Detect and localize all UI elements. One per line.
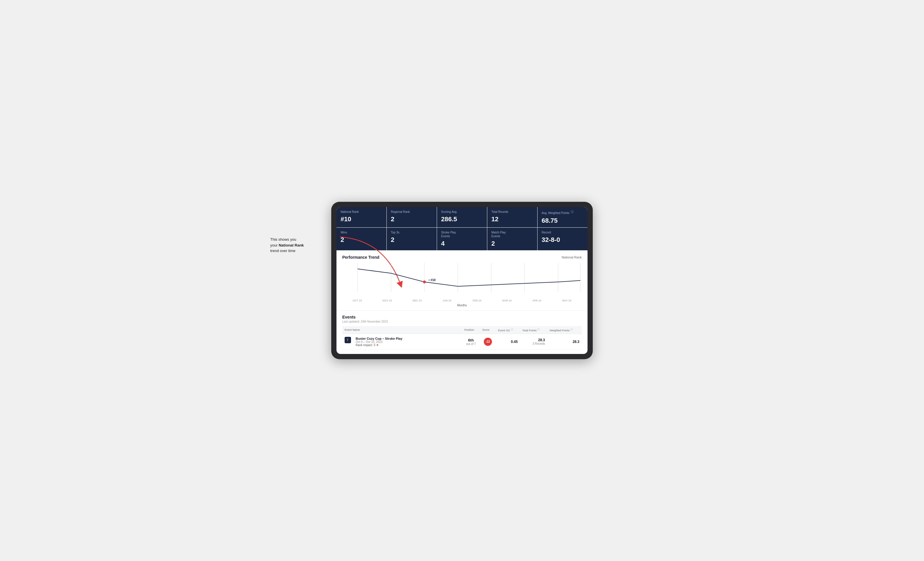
stat-avg-weighted-points: Avg. Weighted Points ⓘ 68.75 [537, 207, 588, 227]
table-row: 🏌 Buster Cozy Cup – Stroke Play Oct 9 – … [342, 334, 582, 350]
stat-scoring-avg-label: Scoring Avg. [441, 210, 483, 214]
col-weighted-points: Weighted Points ⓘ [547, 326, 582, 334]
stats-row-1: National Rank #10 Regional Rank 2 Scorin… [336, 207, 588, 227]
events-table-header: Event Name Position Score Event SG ⓘ Tot… [342, 326, 582, 334]
event-name: Buster Cozy Cup – Stroke Play [356, 337, 402, 340]
chart-container: • #10 [342, 263, 582, 298]
stat-record-label: Record [542, 230, 584, 234]
stat-total-rounds-value: 12 [491, 215, 533, 223]
svg-text:• #10: • #10 [429, 278, 435, 281]
event-rank-impact: Rank Impact: 3 ▼ [356, 344, 402, 347]
scene: This shows you your National Rank trend … [331, 202, 593, 359]
events-subtitle: Last updated: 24th November 2023 [342, 320, 582, 323]
stat-match-play: Match PlayEvents 2 [487, 227, 537, 250]
stat-regional-rank: Regional Rank 2 [387, 207, 437, 227]
event-name-cell: 🏌 Buster Cozy Cup – Stroke Play Oct 9 – … [342, 334, 462, 350]
event-weighted-points: 28.3 [573, 340, 579, 344]
annotation-text: This shows you your National Rank trend … [270, 236, 328, 254]
x-label-feb24: FEB 24 [462, 299, 492, 302]
stat-match-play-value: 2 [491, 240, 533, 247]
tablet-screen: National Rank #10 Regional Rank 2 Scorin… [336, 207, 588, 354]
x-label-nov23: NOV 23 [372, 299, 402, 302]
performance-section: Performance Trend National Rank [336, 250, 588, 311]
tablet-frame: National Rank #10 Regional Rank 2 Scorin… [331, 202, 593, 359]
annotation-line1: This shows you [270, 237, 296, 242]
x-label-mar24: MAR 24 [492, 299, 522, 302]
perf-label: National Rank [562, 256, 582, 259]
stat-wins: Wins 2 [336, 227, 387, 250]
event-icon: 🏌 [345, 337, 351, 343]
annotation-line3: trend over time [270, 248, 296, 253]
stat-top3s: Top 3s 2 [387, 227, 437, 250]
stat-avg-weighted-points-label: Avg. Weighted Points ⓘ [542, 210, 584, 215]
event-score-cell: -22 [480, 334, 496, 350]
perf-header: Performance Trend National Rank [342, 255, 582, 260]
event-position-sub: out of 7 [464, 343, 478, 346]
stats-row-2: Wins 2 Top 3s 2 Stroke PlayEvents 4 Matc… [336, 227, 588, 250]
stat-national-rank-label: National Rank [340, 210, 382, 214]
stat-total-rounds: Total Rounds 12 [487, 207, 537, 227]
stat-record-value: 32-8-0 [542, 236, 584, 244]
svg-point-9 [423, 280, 426, 283]
event-position: 6th [464, 338, 478, 343]
col-total-points: Total Points ⓘ [520, 326, 548, 334]
col-event-sg: Event SG ⓘ [496, 326, 520, 334]
perf-title: Performance Trend [342, 255, 380, 260]
annotation-line2-bold: National Rank [279, 243, 304, 247]
stat-stroke-play-label: Stroke PlayEvents [441, 230, 483, 238]
rank-impact-chevron: ▼ [376, 344, 379, 347]
stat-regional-rank-label: Regional Rank [391, 210, 433, 214]
stat-record: Record 32-8-0 [537, 227, 588, 250]
stat-scoring-avg: Scoring Avg. 286.5 [437, 207, 487, 227]
event-position-cell: 6th out of 7 [462, 334, 480, 350]
chart-x-labels: OCT 23 NOV 23 DEC 23 JAN 24 FEB 24 MAR 2… [342, 298, 582, 303]
col-score: Score [480, 326, 496, 334]
stat-top3s-label: Top 3s [391, 230, 433, 234]
x-label-dec23: DEC 23 [402, 299, 432, 302]
stat-scoring-avg-value: 286.5 [441, 215, 483, 223]
x-label-apr24: APR 24 [522, 299, 552, 302]
x-label-jan24: JAN 24 [432, 299, 462, 302]
stat-national-rank: National Rank #10 [336, 207, 387, 227]
stat-stroke-play: Stroke PlayEvents 4 [437, 227, 487, 250]
event-sg-cell: 0.45 [496, 334, 520, 350]
stat-match-play-label: Match PlayEvents [491, 230, 533, 238]
chart-x-title: Months [342, 304, 582, 307]
event-total-points-cell: 28.3 3 Rounds [520, 334, 548, 350]
col-event-name: Event Name [342, 326, 462, 334]
stat-top3s-value: 2 [391, 236, 433, 244]
event-date: Oct 9 – Oct 10, 2023 [356, 340, 402, 344]
event-weighted-points-cell: 28.3 [547, 334, 582, 350]
stat-avg-weighted-points-value: 68.75 [542, 217, 584, 224]
col-position: Position [462, 326, 480, 334]
stat-wins-label: Wins [340, 230, 382, 234]
stat-regional-rank-value: 2 [391, 215, 433, 223]
events-section: Events Last updated: 24th November 2023 … [336, 311, 588, 354]
events-title: Events [342, 315, 582, 319]
stat-stroke-play-value: 4 [441, 240, 483, 247]
x-label-oct23: OCT 23 [342, 299, 372, 302]
stat-total-rounds-label: Total Rounds [491, 210, 533, 214]
x-label-may24: MAY 24 [552, 299, 582, 302]
chart-svg: • #10 [342, 263, 582, 298]
events-table: Event Name Position Score Event SG ⓘ Tot… [342, 326, 582, 350]
annotation-line2-prefix: your [270, 243, 279, 247]
event-sg-value: 0.45 [511, 340, 518, 344]
event-score-badge: -22 [484, 338, 492, 346]
stat-national-rank-value: #10 [340, 215, 382, 223]
stat-wins-value: 2 [340, 236, 382, 244]
event-total-rounds: 3 Rounds [522, 342, 545, 345]
event-total-points: 28.3 [522, 338, 545, 342]
